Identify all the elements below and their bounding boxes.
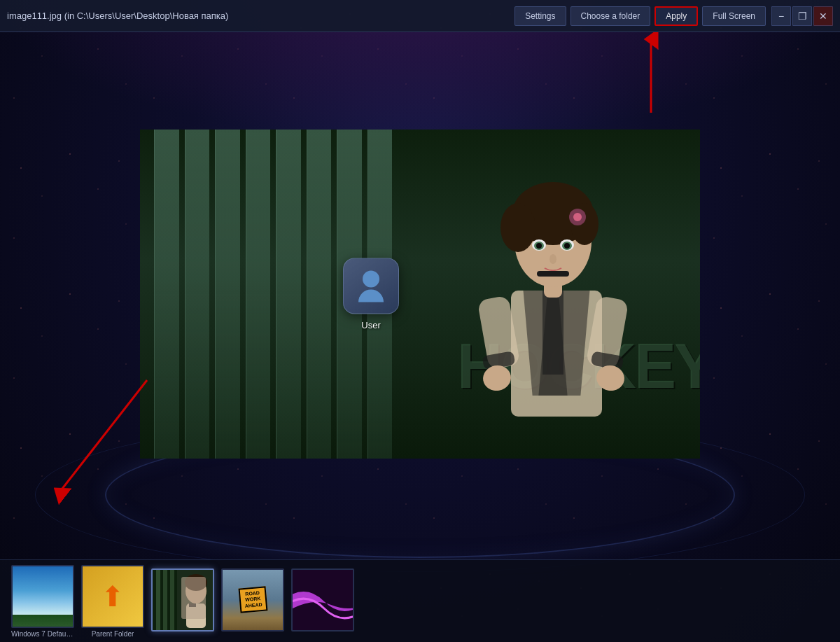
svg-point-16	[564, 243, 570, 249]
user-icon-box[interactable]	[343, 258, 399, 314]
character-figure	[441, 151, 665, 459]
thumbnail-image-win7	[11, 565, 74, 628]
choose-folder-button[interactable]: Choose a folder	[570, 6, 651, 26]
minimize-button[interactable]: −	[771, 6, 791, 26]
game-preview	[153, 570, 213, 630]
apply-button[interactable]: Apply	[654, 6, 698, 26]
thumbnail-image-purple	[291, 568, 354, 631]
stripe-2	[185, 130, 210, 459]
thumbnail-item-folder[interactable]: ⬆ Parent Folder	[81, 565, 144, 638]
thumbnail-item-road[interactable]: ROADWORKAHEAD	[221, 568, 284, 634]
svg-point-35	[185, 574, 207, 591]
main-image-viewer: HOCKEY	[140, 130, 700, 459]
maximize-button[interactable]: ❐	[792, 6, 812, 26]
stripe-4	[246, 130, 271, 459]
thumbnail-label-win7: Windows 7 Default wallpaper	[11, 630, 74, 638]
svg-rect-18	[537, 271, 569, 277]
thumbnail-image-road: ROADWORKAHEAD	[221, 568, 284, 631]
win7-preview	[13, 566, 73, 627]
stripe-3	[215, 130, 240, 459]
settings-button[interactable]: Settings	[514, 6, 566, 26]
user-login-widget[interactable]: User	[343, 258, 399, 330]
thumbnail-item-win7[interactable]: Windows 7 Default wallpaper	[11, 565, 74, 638]
user-head-shape	[363, 270, 379, 287]
user-body-shape	[358, 289, 384, 302]
close-button[interactable]: ✕	[813, 6, 833, 26]
svg-rect-37	[189, 603, 196, 607]
svg-point-17	[550, 254, 556, 264]
road-sign: ROADWORKAHEAD	[238, 587, 267, 613]
svg-point-26	[573, 213, 582, 221]
svg-point-34	[186, 578, 206, 603]
svg-rect-32	[163, 570, 167, 631]
window-controls: − ❐ ✕	[771, 6, 833, 26]
folder-up-icon: ⬆	[101, 580, 125, 613]
thumbnail-label-folder: Parent Folder	[92, 630, 134, 638]
svg-point-15	[536, 243, 542, 249]
svg-point-9	[500, 203, 536, 252]
svg-rect-31	[156, 570, 160, 631]
thumbnail-image-game	[151, 568, 214, 631]
window-title: image111.jpg (in C:\Users\User\Desktop\Н…	[7, 11, 514, 21]
svg-rect-33	[170, 570, 174, 631]
stripe-1	[154, 130, 179, 459]
folder-preview: ⬆	[83, 566, 143, 627]
thumbnail-item-purple[interactable]	[291, 568, 354, 634]
thumbnail-image-folder: ⬆	[81, 565, 144, 628]
titlebar-buttons: Settings Choose a folder Apply Full Scre…	[514, 6, 766, 26]
stripe-5	[276, 130, 301, 459]
thumbnail-bar: Windows 7 Default wallpaper ⬆ Parent Fol…	[0, 559, 840, 642]
fullscreen-button[interactable]: Full Screen	[702, 6, 766, 26]
purple-preview	[293, 570, 353, 630]
titlebar: image111.jpg (in C:\Users\User\Desktop\Н…	[0, 0, 840, 32]
road-preview: ROADWORKAHEAD	[223, 570, 283, 630]
svg-rect-36	[186, 603, 206, 628]
stripe-6	[307, 130, 332, 459]
user-icon-inner	[358, 270, 384, 302]
thumbnail-item-game[interactable]	[151, 568, 214, 634]
user-name-label: User	[361, 320, 380, 330]
